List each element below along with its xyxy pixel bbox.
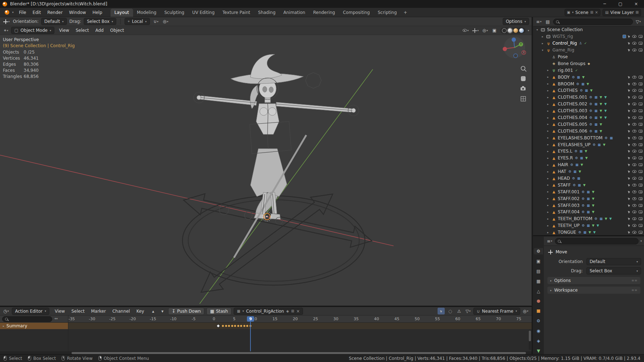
sort-down-button[interactable]: ▾ [159,308,166,314]
hide-eye-toggle-icon[interactable] [632,231,636,234]
properties-tab-data[interactable]: ▼ [534,348,543,354]
selectable-toggle-icon[interactable] [628,89,630,92]
disclosure-right-icon[interactable]: ▸ [546,75,550,79]
render-camera-toggle-icon[interactable] [639,116,643,119]
panel-grip-icon[interactable]: ≡≡ [631,288,638,292]
disclosure-right-icon[interactable]: ▸ [546,96,550,99]
workspace-tab-modeling[interactable]: Modeling [133,9,161,17]
render-camera-toggle-icon[interactable] [639,83,643,85]
hide-eye-toggle-icon[interactable] [632,42,636,45]
render-camera-toggle-icon[interactable] [639,163,643,166]
disclosure-right-icon[interactable]: ▸ [546,224,550,227]
outliner-row[interactable]: ◈Bone Groups◆ [533,60,644,67]
viewport-canvas[interactable]: Y X [0,35,532,306]
current-frame-badge[interactable]: 9 [247,316,254,322]
hide-eye-toggle-icon[interactable] [632,103,636,105]
push-down-button[interactable]: ↧Push Down [168,308,204,315]
disclosure-right-icon[interactable]: ▸ [546,123,550,126]
orientation-dropdown[interactable]: Default▾ [41,18,67,25]
outliner-row[interactable]: ▸▲EYES.L⚙▦▼ [533,148,644,155]
proportional-editing-toggle[interactable]: ◎▾ [522,308,529,314]
options-dropdown[interactable]: Options▾ [503,18,529,25]
workspace-tab-rendering[interactable]: Rendering [309,9,339,17]
outliner-row[interactable]: ▸▲HEAD⚙▦ [533,175,644,182]
hide-eye-toggle-icon[interactable] [632,116,636,119]
disclosure-down-icon[interactable]: ▾ [541,49,545,52]
disclosure-right-icon[interactable]: ▸ [546,197,550,200]
outliner-row[interactable]: ▸▲CLOTHES.004⚙▦▼▼ [533,114,644,121]
selectable-toggle-icon[interactable] [628,123,630,126]
workspace-tab-scripting[interactable]: Scripting [374,9,401,17]
minimize-button[interactable]: ─ [597,0,613,8]
render-camera-toggle-icon[interactable] [639,210,643,213]
menubar-menu-render[interactable]: Render [44,9,66,16]
render-camera-toggle-icon[interactable] [639,204,643,207]
disclosure-right-icon[interactable]: ▸ [546,210,550,214]
properties-tab-scene[interactable]: △ [534,288,543,294]
camera-view-icon[interactable] [521,86,526,90]
viewport-menu-add[interactable]: Add [92,27,107,34]
outliner-row[interactable]: ▾ψGame_Rig [533,47,644,54]
render-camera-toggle-icon[interactable] [639,96,643,99]
selectable-toggle-icon[interactable] [628,163,630,167]
selectable-toggle-icon[interactable] [628,217,630,220]
hide-eye-toggle-icon[interactable] [632,224,636,227]
keyframe-circle[interactable] [237,324,240,327]
keyframe-circle[interactable] [234,324,236,327]
outliner-row[interactable]: ▸▲EYELASHES_UP⚙▦▼ [533,141,644,148]
disclosure-right-icon[interactable]: ▸ [541,35,545,38]
filter-dropdown-icon[interactable]: ▾ [640,239,642,243]
render-camera-toggle-icon[interactable] [639,89,643,92]
ortho-grid-icon[interactable] [521,96,526,101]
selectable-toggle-icon[interactable] [628,136,630,139]
render-camera-toggle-icon[interactable] [639,197,643,200]
summary-channel[interactable]: ▸ Summary [0,323,68,329]
disclosure-right-icon[interactable]: ▸ [546,109,550,113]
disclosure-right-icon[interactable]: ▸ [546,143,550,146]
hide-eye-toggle-icon[interactable] [632,49,636,51]
outliner-row[interactable]: ▸▲CLOTHES.002⚙▦▼▼ [533,101,644,108]
disclosure-right-icon[interactable]: ▸ [546,150,550,153]
selectable-toggle-icon[interactable] [628,109,630,113]
shading-rendered-icon[interactable] [519,28,524,33]
outliner-row[interactable]: ♙Pose [533,54,644,60]
add-workspace-button[interactable]: + [401,9,410,16]
workspace-tab-sculpting[interactable]: Sculpting [160,9,188,17]
properties-tab-modifiers[interactable]: ⚙ [534,318,543,324]
disclosure-right-icon[interactable]: ▸ [546,116,550,119]
drag-dropdown[interactable]: Select Box▾ [84,18,116,25]
outliner-row[interactable]: ▸▲TEETH_UP⚙▦▼▼ [533,222,644,229]
outliner-row[interactable]: ▸▲STAFF.001⚙▦▼ [533,188,644,195]
options-panel-header[interactable]: ▸ Options ≡≡ [547,277,640,284]
hide-eye-toggle-icon[interactable] [632,190,636,193]
hide-eye-toggle-icon[interactable] [632,137,636,139]
render-camera-toggle-icon[interactable] [639,76,643,79]
properties-tab-physics[interactable]: ◉ [534,328,543,334]
keyframe-circle[interactable] [243,324,246,327]
hide-eye-toggle-icon[interactable] [632,150,636,153]
render-camera-toggle-icon[interactable] [639,224,643,227]
properties-tab-view-layer[interactable]: ▦ [534,278,543,284]
selectable-toggle-icon[interactable] [628,210,630,214]
selectable-toggle-icon[interactable] [628,48,630,51]
render-camera-toggle-icon[interactable] [639,130,643,133]
expand-channels-icon[interactable]: ↔ [54,316,58,321]
new-view-layer-icon[interactable]: ⊞ [636,10,639,14]
render-camera-toggle-icon[interactable] [639,109,643,112]
outliner-row[interactable]: ▸▲EYES.R⚙▦▼ [533,155,644,162]
editor-mode-dropdown[interactable]: Action Editor▾ [12,308,49,315]
proportional-editing-toggle[interactable]: ◎▾ [162,18,169,25]
editor-type-button[interactable]: ≡▾ [535,18,542,25]
disclosure-right-icon[interactable]: ▸ [546,183,550,187]
workspace-tab-animation[interactable]: Animation [279,9,309,17]
scrollbar-thumb[interactable] [529,331,531,341]
menubar-menu-edit[interactable]: Edit [29,9,44,16]
selectable-toggle-icon[interactable] [628,224,630,227]
outliner-row[interactable]: ▸▲EYELASHES.BOTTOM⚙▦ [533,134,644,141]
gizmo-x-neg-axis[interactable] [503,47,507,51]
xray-toggle[interactable]: ▣ [491,27,498,34]
outliner-row[interactable]: ▸▲HAT⚙▦▼ [533,168,644,175]
display-mode-button[interactable]: ▤ [544,18,551,25]
outliner-row[interactable]: ▸▲STAFF.004⚙▦▼ [533,209,644,215]
render-camera-toggle-icon[interactable] [639,170,643,173]
